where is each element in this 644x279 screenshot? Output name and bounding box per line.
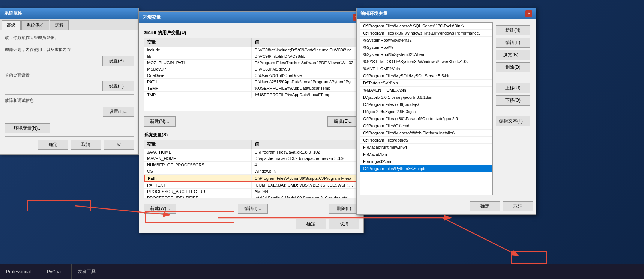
table-row[interactable]: MOZ_PLUGIN_PATHF:\Program Files\Tracker … [144, 60, 359, 66]
table-row[interactable]: libD:\VC98\mfc\lib;D:\VC98\lib [144, 53, 359, 60]
path-item[interactable]: D:\jacorb-3.6.1-binary\jacorb-3.6.1\bin [360, 94, 492, 101]
sys-vars-title: 系统变量(S) [144, 132, 359, 138]
tab-sys-protection[interactable]: 系统保护 [21, 20, 49, 30]
table-row[interactable]: MSDevDirD:\VC6.0\MSdev98 [144, 66, 359, 72]
path-item[interactable]: %SystemRoot% [360, 44, 492, 51]
sys-props-dialog: 系统属性 高级 系统保护 远程 改，你必须作为管理员登录。 理器计划，内存使用，… [0, 8, 139, 155]
var-col: JAVA_HOME [144, 149, 252, 155]
val-col: .COM;.EXE;.BAT;.CMD;.VBS;.VBE;.JS;.JSE;.… [252, 182, 359, 188]
path-item[interactable]: C:\Program Files\dotnet\ [360, 137, 492, 144]
env-vars-title: 环境变量 [143, 14, 161, 21]
settings-s-button[interactable]: 设置(S)... [102, 56, 134, 66]
path-item[interactable]: C:\Program Files\MySQL\MySQL Server 5.5\… [360, 72, 492, 80]
var-col: NUMBER_OF_PROCESSORS [144, 162, 252, 168]
val-col: D:\apache-maven-3.3.9-bin\apache-maven-3… [252, 155, 359, 161]
sys-props-title: 系统属性 [4, 10, 22, 17]
table-row[interactable]: OneDriveC:\Users\25159\OneDrive [144, 72, 359, 79]
path-item[interactable]: C:\Program Files (x86)\Windows Kits\10\W… [360, 30, 492, 37]
tab-advanced[interactable]: 高级 [2, 20, 21, 30]
new-path-button[interactable]: 新建(N) [496, 25, 530, 35]
var-col: TEMP [144, 85, 252, 91]
path-item[interactable]: %MAVEN_HOME%\bin [360, 87, 492, 94]
path-item[interactable]: D:\gcc-2.95.3\gcc-2.95.3\gcc [360, 108, 492, 115]
path-item[interactable]: %ANT_HOME%/bin [360, 65, 492, 72]
path-item[interactable]: D:\TortoiseSVN\bin [360, 80, 492, 87]
user-edit-button[interactable]: 编辑(E)... [327, 116, 359, 127]
sys-edit-button[interactable]: 编辑(I)... [238, 204, 268, 214]
user-vars-table: 变量 值 includeD:\VC98\atl\include;D:\VC98\… [144, 38, 359, 111]
settings-t-button[interactable]: 设置(T)... [103, 107, 134, 117]
apply-button[interactable]: 应 [104, 140, 134, 150]
sys-delete-button[interactable]: 删除(L) [329, 204, 359, 214]
sys-new-button[interactable]: 新建(W)... [144, 204, 176, 214]
desktop-section-label: 关的桌面设置 [5, 72, 134, 78]
user-vars-title: 25159 的用户变量(U) [144, 30, 359, 36]
path-item[interactable]: F:\mingw32\bin [360, 158, 492, 165]
val-col: C:\Users\25159\OneDrive [252, 72, 359, 78]
debug-section-label: 故障和调试信息 [5, 98, 134, 103]
val-col: C:\Program Files\Java\jdk1.8.0_102 [252, 149, 359, 155]
table-row[interactable]: OSWindows_NT [144, 168, 359, 175]
taskbar-item-professional[interactable]: Professional... [0, 264, 41, 279]
sys-props-content: 改，你必须作为管理员登录。 理器计划，内存使用，以及虚拟内存 设置(S)... … [0, 30, 138, 154]
user-vars-col-val: 值 [252, 38, 359, 47]
table-row[interactable]: JAVA_HOMEC:\Program Files\Java\jdk1.8.0_… [144, 149, 359, 155]
user-new-button[interactable]: 新建(N)... [144, 116, 176, 127]
val-col: 4 [252, 162, 359, 168]
val-col: D:\VC98\mfc\lib;D:\VC98\lib [252, 53, 359, 59]
path-item[interactable]: C:\Program Files\Git\cmd [360, 122, 492, 130]
table-row[interactable]: PATHC:\Users\25159\AppData\Local\Program… [144, 79, 359, 85]
env-vars-button[interactable]: 环境变量(N)... [5, 123, 50, 133]
table-row[interactable]: NUMBER_OF_PROCESSORS4 [144, 162, 359, 168]
table-row[interactable]: TMP%USERPROFILE%\AppData\Local\Temp [144, 92, 359, 98]
edit-env-close-button[interactable]: ✕ [525, 10, 532, 17]
table-row[interactable]: PROCESSOR_IDENTIFIERIntel64 Family 6 Mod… [144, 195, 359, 198]
val-col: D:\VC6.0\MSdev98 [252, 66, 359, 72]
sys-vars-rows: JAVA_HOMEC:\Program Files\Java\jdk1.8.0_… [144, 149, 359, 198]
env-ok-button[interactable]: 确定 [296, 219, 326, 229]
table-row[interactable]: includeD:\VC98\atl\include;D:\VC98\mfc\i… [144, 47, 359, 53]
table-row[interactable]: PATHEXT.COM;.EXE;.BAT;.CMD;.VBS;.VBE;.JS… [144, 182, 359, 189]
var-col: OneDrive [144, 72, 252, 78]
user-vars-header: 变量 值 [144, 38, 359, 47]
ok-button[interactable]: 确定 [38, 140, 68, 150]
val-col: %USERPROFILE%\AppData\Local\Temp [252, 92, 359, 98]
taskbar-item-devtools[interactable]: 发者工具 [72, 264, 102, 279]
cancel-button[interactable]: 取消 [71, 140, 101, 150]
path-item[interactable]: C:\Program Files\Python36\Scripts [360, 165, 492, 172]
path-item[interactable]: F:\Matlab\runtime\win64 [360, 144, 492, 151]
val-col: Windows_NT [252, 168, 359, 174]
edit-path-button[interactable]: 编辑(E) [496, 38, 530, 48]
table-row[interactable]: PathC:\Program Files\Python36\Scripts;C:… [144, 175, 359, 182]
move-up-button[interactable]: 上移(U) [496, 83, 530, 93]
val-col: AMD64 [252, 189, 359, 195]
table-row[interactable]: TEMP%USERPROFILE%\AppData\Local\Temp [144, 85, 359, 92]
table-row[interactable]: PROCESSOR_ARCHITECTUREAMD64 [144, 189, 359, 195]
edit-text-button[interactable]: 编辑文本(T)... [496, 116, 530, 126]
env-vars-titlebar: 环境变量 ✕ [139, 12, 363, 23]
path-item[interactable]: %SYSTEMROOT%\System32\WindowsPowerShell\… [360, 58, 492, 65]
move-down-button[interactable]: 下移(O) [496, 95, 530, 106]
path-item[interactable]: F:\Matlab\bin [360, 151, 492, 158]
path-item[interactable]: %SystemRoot%\System32\Wbem [360, 51, 492, 58]
tab-remote[interactable]: 远程 [50, 20, 69, 30]
env-cancel-button[interactable]: 取消 [329, 219, 359, 229]
val-col: C:\Users\25159\AppData\Local\Programs\Py… [252, 79, 359, 85]
path-item[interactable]: %SystemRoot%\system32 [360, 37, 492, 44]
delete-path-button[interactable]: 删除(D) [496, 62, 530, 72]
sys-vars-btn-row: 新建(W)... 编辑(I)... 删除(L) [144, 201, 359, 216]
path-list[interactable]: C:\Program Files\Microsoft SQL Server\13… [360, 22, 493, 195]
path-item[interactable]: C:\Program Files\Microsoft\Web Platform … [360, 130, 492, 137]
browse-path-button[interactable]: 浏览(B)... [496, 50, 530, 60]
edit-env-title: 编辑环境变量 [360, 11, 387, 17]
edit-env-ok-button[interactable]: 确定 [470, 201, 500, 211]
path-item[interactable]: C:\Program Files (x86)\Parasoft\C++test\… [360, 115, 492, 122]
table-row[interactable]: MAVEN_HOMED:\apache-maven-3.3.9-bin\apac… [144, 155, 359, 162]
path-item[interactable]: C:\Program Files (x86)\nodejs\ [360, 101, 492, 108]
path-item[interactable]: C:\Program Files\Microsoft SQL Server\13… [360, 23, 492, 30]
env-footer: 确定 取消 [144, 219, 359, 229]
taskbar-item-pycharm[interactable]: PyChar... [41, 264, 72, 279]
edit-env-buttons: 新建(N) 编辑(E) 浏览(B)... 删除(D) 上移(U) 下移(O) 编… [493, 22, 533, 195]
edit-env-cancel-button[interactable]: 取消 [503, 201, 533, 211]
settings-e-button[interactable]: 设置(E)... [102, 81, 134, 91]
